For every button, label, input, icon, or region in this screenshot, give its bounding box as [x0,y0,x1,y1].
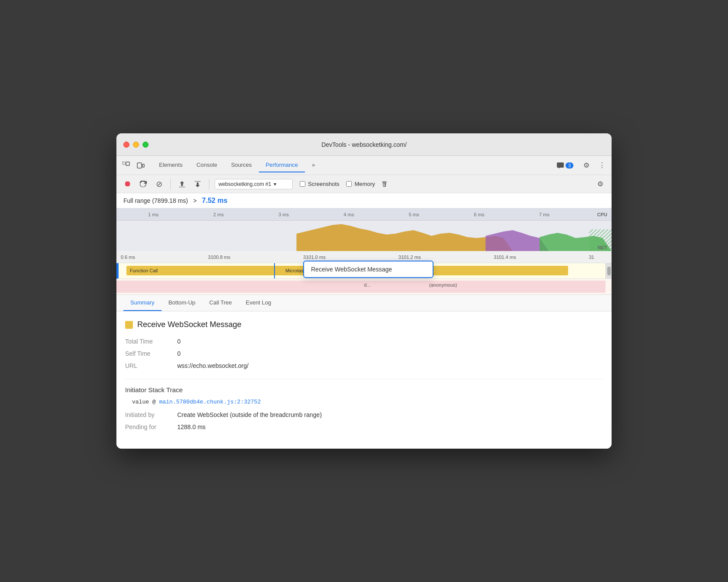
feedback-button[interactable]: 3 [553,161,577,170]
url-selector[interactable]: websocketking.com #1 ▾ [215,179,293,189]
tab-event-log[interactable]: Event Log [239,295,278,311]
time-mark-1: 1 ms [121,212,186,217]
window-title: DevTools - websocketking.com/ [321,141,407,148]
time-mark-4: 4 ms [316,212,381,217]
pending-for-label: Pending for [125,423,177,431]
screenshots-label[interactable]: Screenshots [308,181,339,187]
separator-1 [170,179,171,189]
scrollbar-thumb[interactable] [607,267,611,275]
scrollbar-track[interactable] [606,263,612,278]
clear-button[interactable]: ⊘ [153,178,165,190]
range-separator: > [193,197,197,204]
minimize-button[interactable] [133,142,139,148]
svg-rect-3 [142,164,144,167]
inspector-icon[interactable] [120,159,132,172]
time-mark-5: 5 ms [381,212,447,217]
separator-2 [209,179,209,189]
cpu-label: CPU [597,212,607,217]
reload-record-button[interactable] [137,178,149,190]
summary-content: Receive WebSocket Message Total Time 0 S… [116,311,612,449]
svg-rect-2 [137,163,142,168]
pink-track[interactable] [116,281,606,293]
svg-rect-1 [126,162,129,165]
total-time-label: Total Time [125,337,177,346]
ms-label-5: 3101.4 ms [494,255,516,260]
time-ruler: 1 ms 2 ms 3 ms 4 ms 5 ms 6 ms 7 ms CPU [116,208,612,221]
tab-sources[interactable]: Sources [224,158,259,172]
self-time-value: 0 [177,349,603,358]
track-row-2[interactable]: d... (anonymous) [116,279,612,294]
info-grid: Total Time 0 Self Time 0 URL wss://echo.… [125,337,603,370]
memory-checkbox[interactable] [346,181,352,187]
url-value: wss://echo.websocket.org/ [177,361,603,370]
range-bar: Full range (7899.18 ms) > 7.52 ms [116,193,612,208]
range-label: Full range (7899.18 ms) [123,197,188,204]
clear-track-button[interactable] [378,178,390,190]
tab-more[interactable]: » [305,158,322,172]
tab-summary[interactable]: Summary [123,295,162,311]
tab-console[interactable]: Console [189,158,224,172]
svg-rect-0 [122,162,125,165]
screenshots-checkbox[interactable] [300,181,305,187]
ms-labels: 0.6 ms 3100.8 ms 3101.0 ms 3101.2 ms 310… [121,255,612,260]
code-link[interactable]: main.5780db4e.chunk.js:2:32752 [159,399,261,405]
devtools-window: DevTools - websocketking.com/ Elements C… [116,133,612,449]
range-value: 7.52 ms [202,197,228,205]
stack-trace-title: Initiator Stack Trace [125,386,603,394]
close-button[interactable] [123,142,129,148]
time-mark-6: 6 ms [447,212,512,217]
download-button[interactable] [192,178,204,190]
device-toolbar-icon[interactable] [135,159,147,172]
ms-label-3: 3101.0 ms [303,255,325,260]
event-title: Receive WebSocket Message [125,320,603,329]
time-mark-3: 3 ms [251,212,316,217]
capture-settings-button[interactable]: ⚙ [594,178,606,190]
url-text: websocketking.com #1 [218,181,271,187]
time-marks: 1 ms 2 ms 3 ms 4 ms 5 ms 6 ms 7 ms [116,212,577,217]
traffic-lights [123,142,149,148]
tab-elements[interactable]: Elements [152,158,189,172]
tooltip-popup: Receive WebSocket Message [303,261,433,278]
timeline-tracks[interactable]: 0.6 ms 3100.8 ms 3101.0 ms 3101.2 ms 310… [116,251,612,294]
initiated-by-label: Initiated by [125,410,177,419]
event-color-indicator [125,321,133,329]
ms-label-4: 3101.2 ms [398,255,420,260]
settings-icon[interactable]: ⚙ [580,159,592,172]
bottom-panel: Summary Bottom-Up Call Tree Event Log Re… [116,294,612,449]
anonymous-label: (anonymous) [429,282,457,288]
cpu-chart[interactable]: NET [116,221,612,251]
pending-for-value: 1288.0 ms [177,423,603,431]
controls-toolbar: ⏺ ⊘ websocketking.com #1 ▾ Screenshots [116,175,612,193]
upload-button[interactable] [176,178,188,190]
maximize-button[interactable] [142,142,149,148]
ms-label-1: 0.6 ms [121,255,135,260]
self-time-label: Self Time [125,349,177,358]
main-nav-tabs: Elements Console Sources Performance » [152,158,553,172]
tab-bottom-up[interactable]: Bottom-Up [162,295,202,311]
tooltip-text: Receive WebSocket Message [311,266,392,273]
screenshots-checkbox-group: Screenshots [300,181,339,187]
time-mark-7: 7 ms [512,212,577,217]
feedback-badge: 3 [566,162,573,169]
nav-toolbar: Elements Console Sources Performance » 3… [116,156,612,175]
time-mark-2: 2 ms [186,212,251,217]
record-button[interactable]: ⏺ [122,178,134,190]
total-time-value: 0 [177,337,603,346]
left-toolbar-icons [120,159,147,172]
memory-label[interactable]: Memory [354,181,375,187]
ms-label-6: 31 [589,255,594,260]
divider-1 [125,379,603,379]
d-label: d... [364,282,371,288]
initiated-by-value: Create WebSocket (outside of the breadcr… [177,410,603,419]
event-name: Receive WebSocket Message [137,320,242,329]
tab-performance[interactable]: Performance [259,158,305,172]
right-toolbar-icons: 3 ⚙ ⋮ [553,159,608,172]
ms-label-2: 3100.8 ms [208,255,230,260]
tab-call-tree[interactable]: Call Tree [202,295,239,311]
timeline-area: 1 ms 2 ms 3 ms 4 ms 5 ms 6 ms 7 ms CPU [116,208,612,294]
more-menu-icon[interactable]: ⋮ [596,159,608,172]
dropdown-arrow: ▾ [274,181,276,187]
url-label: URL [125,361,177,370]
titlebar: DevTools - websocketking.com/ [116,133,612,156]
code-prefix: value @ [132,399,159,405]
